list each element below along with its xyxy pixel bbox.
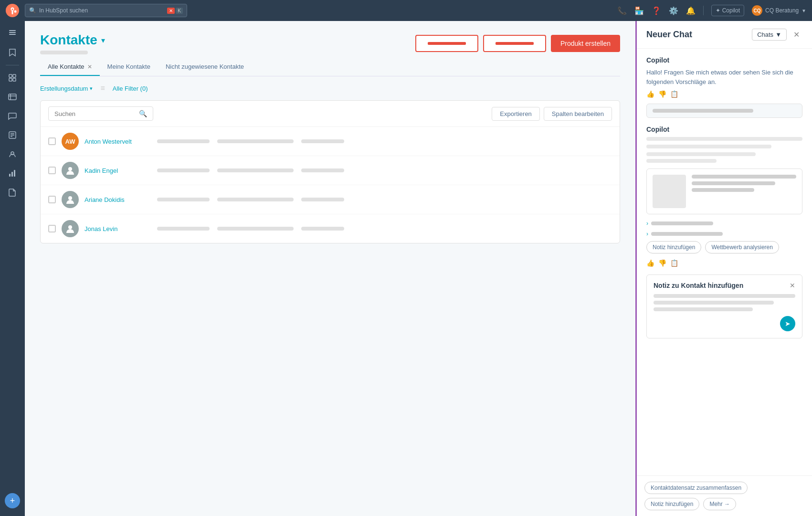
table-search-input[interactable] [54,110,135,117]
copy-icon-2[interactable]: 📋 [670,259,678,267]
contact-name-2[interactable]: Ariane Dokidis [84,196,151,203]
field-placeholder [157,168,210,172]
filter-row: Erstellungsdatum ▾ ≡ Alle Filter (0) [40,84,620,93]
export-button[interactable]: Exportieren [492,107,539,121]
copilot-section-2: Copilot › [646,126,802,267]
card-line [692,175,796,179]
tab-all-contacts[interactable]: Alle Kontakte ✕ [40,58,100,76]
contact-fields-1 [157,168,612,172]
search-icon: 🔍 [29,7,36,14]
sidebar-item-analytics[interactable] [4,165,21,182]
contact-name-3[interactable]: Jonas Levin [84,225,151,232]
chip-wettbewerb[interactable]: Wettbewerb analysieren [705,241,779,253]
thumbs-up-icon-2[interactable]: 👍 [646,259,654,267]
kbd-x: ✕ [167,8,175,14]
contact-name-0[interactable]: Anton Westervelt [84,138,151,145]
field-placeholder [301,168,344,172]
field-placeholder [157,227,210,231]
row-checkbox-2[interactable] [48,196,56,203]
card-line [692,188,754,192]
thumbs-down-icon-1[interactable]: 👎 [658,90,666,98]
settings-icon[interactable]: ⚙️ [669,6,678,15]
field-placeholder [217,139,294,143]
loading-bar [646,137,802,141]
row-checkbox-3[interactable] [48,225,56,232]
bottom-chip-note[interactable]: Notiz hinzufügen [644,498,699,510]
sidebar-item-conversations[interactable] [4,107,21,125]
sidebar-item-bookmarks[interactable] [4,44,21,61]
right-panel: Neuer Chat Chats ▼ ✕ Copilot Hallo! Frag… [635,21,812,516]
tab-my-contacts[interactable]: Meine Kontakte [100,58,158,76]
header-actions: Produkt erstellen [415,35,620,52]
sidebar-item-files[interactable] [4,184,21,201]
svg-rect-21 [11,172,13,177]
chats-dropdown[interactable]: Chats ▼ [752,29,787,41]
sidebar-add-button[interactable]: + [5,493,20,508]
search-text: In HubSpot suchen [39,7,164,14]
date-filter-chevron-icon: ▾ [90,85,93,92]
hubspot-logo[interactable] [6,4,19,17]
table-row: AW Anton Westervelt [41,127,620,156]
list-item-1[interactable]: › [646,220,802,227]
left-sidebar: + [0,21,25,516]
copilot-section-1: Copilot Hallo! Fragen Sie mich etwas ode… [646,56,802,118]
svg-rect-22 [14,170,15,177]
tab-close-icon[interactable]: ✕ [87,63,92,70]
top-navigation: 🔍 In HubSpot suchen ✕ K 📞 🏪 ❓ ⚙️ 🔔 ✦ Cop… [0,0,812,21]
table-search-box[interactable]: 🔍 [48,106,153,121]
tab-unassigned[interactable]: Nicht zugewiesene Kontakte [158,58,252,76]
contact-avatar-3 [62,220,79,237]
table-actions: Exportieren Spalten bearbeiten [492,107,612,121]
notifications-icon[interactable]: 🔔 [686,6,696,15]
note-card: Notiz zu Kontakt hinzufügen ✕ ➤ [646,274,802,338]
list-item-2[interactable]: › [646,231,802,237]
tab-all-label: Alle Kontakte [48,63,84,70]
columns-button[interactable]: Spalten bearbeiten [544,107,612,121]
title-dropdown-icon[interactable]: ▾ [101,36,105,45]
note-close-button[interactable]: ✕ [790,282,795,289]
sidebar-item-forms[interactable] [4,126,21,144]
phone-icon[interactable]: 📞 [617,6,627,15]
copilot-label: Copilot [722,7,740,14]
input-placeholder [653,109,753,113]
field-placeholder [301,198,344,201]
panel-close-button[interactable]: ✕ [791,29,802,40]
row-checkbox-1[interactable] [48,167,56,174]
bottom-chip-summary[interactable]: Kontaktdatensatz zusammenfassen [644,482,748,494]
date-filter-label: Erstellungsdatum [40,85,88,92]
chat-input-1[interactable] [646,104,802,118]
svg-rect-9 [13,74,16,77]
page-title: Kontakte [40,32,97,48]
sidebar-item-contacts[interactable] [4,88,21,105]
svg-rect-5 [9,32,16,33]
user-menu[interactable]: CQ CQ Beratung ▼ [752,5,806,16]
create-product-button[interactable]: Produkt erstellen [551,35,620,52]
global-search[interactable]: 🔍 In HubSpot suchen ✕ K [25,4,187,17]
action-button-1[interactable] [415,35,478,52]
sidebar-item-home[interactable] [4,25,21,42]
copy-icon-1[interactable]: 📋 [670,90,678,98]
row-checkbox-0[interactable] [48,137,56,145]
help-icon[interactable]: ❓ [652,6,661,15]
note-lines [654,294,795,311]
send-button[interactable]: ➤ [780,316,795,331]
action-button-2[interactable] [483,35,546,52]
chip-notiz[interactable]: Notiz hinzufügen [646,241,701,253]
list-item-bar [651,232,723,236]
all-filters[interactable]: Alle Filter (0) [113,85,148,92]
contact-avatar-1 [62,162,79,179]
date-filter[interactable]: Erstellungsdatum ▾ [40,85,93,92]
copilot-label-2: Copilot [646,126,802,133]
thumbs-up-icon-1[interactable]: 👍 [646,90,654,98]
copilot-button[interactable]: ✦ Copilot [711,5,744,16]
svg-rect-6 [9,34,16,35]
bottom-chip-more[interactable]: Mehr → [703,498,736,510]
marketplace-icon[interactable]: 🏪 [634,6,644,15]
contact-name-1[interactable]: Kadin Engel [84,167,151,174]
copilot-star-icon: ✦ [716,7,720,14]
thumbs-down-icon-2[interactable]: 👎 [658,259,666,267]
sidebar-item-dashboard[interactable] [4,69,21,86]
sidebar-item-users[interactable] [4,146,21,163]
table-search-icon: 🔍 [139,110,147,117]
kbd-k: K [176,8,183,14]
